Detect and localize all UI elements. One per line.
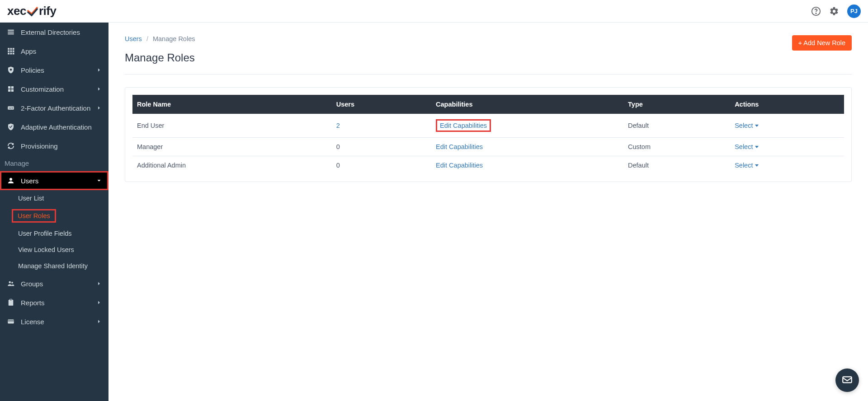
cell-capabilities: Edit Capabilities [431,156,623,175]
sidebar-section-manage: Manage [0,155,108,171]
svg-rect-12 [10,53,12,55]
th-users: Users [332,95,431,114]
sidebar-label: Users [21,177,38,185]
svg-rect-25 [10,299,12,301]
svg-point-22 [9,281,11,284]
logo-mark-icon [27,6,38,17]
submenu-user-profile-fields[interactable]: User Profile Fields [0,225,108,242]
breadcrumb: Users / Manage Roles [125,35,195,42]
sidebar-label: Apps [21,47,36,55]
submenu-user-list[interactable]: User List [0,190,108,206]
shield-check-icon [6,122,15,131]
badge-icon: 123 [6,103,15,112]
svg-rect-10 [13,51,14,52]
caret-down-icon [755,164,759,167]
select-label: Select [735,143,753,150]
edit-capabilities-link[interactable]: Edit Capabilities [440,122,487,129]
svg-rect-28 [843,377,852,382]
sidebar-item-apps[interactable]: Apps [0,42,108,61]
roles-table: Role Name Users Capabilities Type Action… [132,95,844,174]
sidebar-item-reports[interactable]: Reports [0,293,108,312]
chevron-right-icon [96,318,102,325]
sidebar-item-external-directories[interactable]: External Directories [0,23,108,42]
sidebar-item-groups[interactable]: Groups [0,274,108,293]
svg-point-23 [11,282,13,284]
edit-capabilities-link[interactable]: Edit Capabilities [436,143,483,150]
svg-rect-6 [10,48,12,50]
svg-point-1 [816,13,816,13]
svg-rect-2 [8,30,14,31]
cell-actions: Select [730,138,844,156]
svg-rect-9 [10,51,12,52]
chevron-right-icon [96,105,102,111]
chevron-right-icon [96,86,102,92]
sidebar: External Directories Apps Policies Custo… [0,0,108,401]
table-row: End User2Edit CapabilitiesDefaultSelect [132,114,844,138]
highlight-box: Edit Capabilities [436,119,491,132]
roles-card: Role Name Users Capabilities Type Action… [125,87,852,182]
breadcrumb-separator: / [146,35,148,42]
sidebar-item-license[interactable]: License [0,312,108,331]
logo-text-prefix: xec [7,4,26,18]
caret-down-icon [755,125,759,127]
sidebar-label: Provisioning [21,142,58,150]
svg-rect-18 [11,89,14,92]
submenu-view-locked-users[interactable]: View Locked Users [0,242,108,258]
svg-rect-11 [8,53,9,55]
select-dropdown[interactable]: Select [735,122,759,129]
shield-search-icon [6,65,15,75]
table-row: Additional Admin0Edit CapabilitiesDefaul… [132,156,844,175]
cell-actions: Select [730,114,844,138]
chevron-right-icon [96,299,102,306]
svg-rect-15 [8,86,10,89]
sidebar-item-customization[interactable]: Customization [0,79,108,98]
select-dropdown[interactable]: Select [735,162,759,169]
divider [125,74,852,75]
svg-rect-16 [11,86,14,89]
card-icon [6,317,15,326]
clipboard-icon [6,298,15,307]
submenu-user-roles[interactable]: User Roles [12,209,56,223]
cell-capabilities: Edit Capabilities [431,114,623,138]
puzzle-icon [6,84,15,93]
sidebar-label: Groups [21,280,43,288]
svg-rect-3 [8,32,14,33]
sidebar-item-policies[interactable]: Policies [0,61,108,79]
gear-icon[interactable] [829,6,839,16]
submenu-manage-shared-identity[interactable]: Manage Shared Identity [0,258,108,274]
cell-role-name: Manager [132,138,332,156]
svg-rect-17 [8,89,10,92]
users-count-link[interactable]: 2 [336,122,340,129]
groups-icon [6,279,15,288]
help-icon[interactable] [811,6,821,16]
users-submenu: User List User Roles User Profile Fields… [0,190,108,274]
cell-role-name: Additional Admin [132,156,332,175]
sidebar-label: Customization [21,85,64,93]
sidebar-label: Reports [21,299,45,307]
th-actions: Actions [730,95,844,114]
chevron-right-icon [96,67,102,73]
breadcrumb-users-link[interactable]: Users [125,35,142,42]
sidebar-label: Adaptive Authentication [21,123,92,131]
user-icon [6,176,15,185]
sidebar-item-provisioning[interactable]: Provisioning [0,136,108,155]
select-dropdown[interactable]: Select [735,143,759,150]
page-title: Manage Roles [125,51,195,64]
sidebar-item-2fa[interactable]: 123 2-Factor Authentication [0,98,108,117]
svg-rect-4 [8,33,14,34]
cell-users: 2 [332,114,431,138]
add-new-role-button[interactable]: + Add New Role [792,35,852,51]
app-logo: xec rify [7,4,56,18]
edit-capabilities-link[interactable]: Edit Capabilities [436,162,483,169]
list-icon [6,28,15,37]
logo-text-suffix: rify [39,4,56,18]
sidebar-item-users[interactable]: Users [0,171,108,190]
caret-down-icon [755,146,759,148]
svg-rect-26 [8,320,14,324]
sidebar-label: License [21,318,44,326]
svg-rect-5 [8,48,9,50]
select-label: Select [735,122,753,129]
user-avatar[interactable]: PJ [847,5,861,18]
chat-button[interactable] [835,368,859,392]
sidebar-item-adaptive-auth[interactable]: Adaptive Authentication [0,117,108,136]
